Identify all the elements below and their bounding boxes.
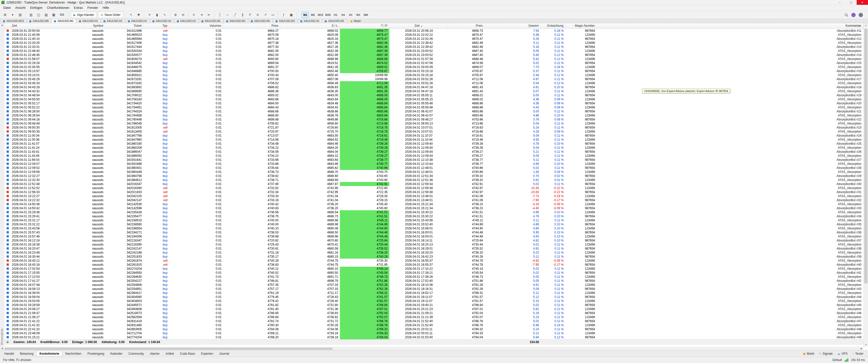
history-table-row[interactable]: 2026.04.01 05:52:22xauusds341734451buy0.…	[4, 105, 864, 109]
chart-tab[interactable]: XAUUSD,M1	[52, 19, 76, 23]
history-table-row[interactable]: 2026.04.01 16:43:18xauusds342261915sell0…	[4, 263, 864, 267]
column-header-entwicklung[interactable]: Entwicklung	[541, 23, 565, 29]
market-watch-button[interactable]: ▥	[28, 11, 35, 18]
history-table-row[interactable]: 2026.04.01 03:45:29xauusds341673261buy0.…	[4, 77, 864, 81]
history-table-row[interactable]: 2026.03.31 22:46:45xauusds341530577buy0.…	[4, 53, 864, 57]
horizontal-scrollbar[interactable]: ◀ ▶	[0, 347, 864, 350]
timeframe-m15[interactable]: M15	[317, 12, 324, 18]
history-table-row[interactable]: 2026.04.01 15:43:56xauusds342166554buy0.…	[4, 226, 864, 230]
close-button[interactable]: ✕	[857, 0, 868, 5]
history-table-row[interactable]: 2026.04.01 01:56:07xauusds341609274sell0…	[4, 57, 864, 61]
history-table-row[interactable]: 2026.04.01 15:31:17xauusds342158515buy0.…	[4, 218, 864, 222]
history-table-row[interactable]: 2026.04.01 18:59:04xauusds342404560buy0.…	[4, 295, 864, 299]
history-table-row[interactable]: 2026.04.01 04:48:54xauusds341706022buy0.…	[4, 93, 864, 97]
history-table-row[interactable]: 2026.04.01 11:41:07xauusds341860160buy0.…	[4, 142, 864, 146]
history-table-row[interactable]: 2026.04.01 04:55:50xauusds341708183buy0.…	[4, 97, 864, 101]
history-table-row[interactable]: 2026.04.01 03:13:57xauusds341646665buy0.…	[4, 69, 864, 73]
search-icon[interactable]	[844, 13, 848, 17]
history-table-row[interactable]: 2026.04.01 18:08:13xauusds342334851buy0.…	[4, 287, 864, 291]
chart-tab[interactable]: XAUUSD,M15	[0, 19, 27, 23]
history-table-row[interactable]: 2026.04.01 13:22:32xauusds342042147sell0…	[4, 198, 864, 202]
vertical-scroll-thumb[interactable]	[864, 29, 868, 283]
tab-handel[interactable]: Handel	[1, 351, 17, 357]
objects-button[interactable]: ▣	[288, 11, 295, 18]
history-table-row[interactable]: 2026.03.31 22:33:31xauusds341517444buy0.…	[4, 45, 864, 49]
chart-tab[interactable]: XAUUSD,H1	[101, 19, 125, 23]
maximize-button[interactable]: ▢	[845, 0, 857, 5]
chart-tab[interactable]: XAUUSD,H1	[76, 19, 101, 23]
history-table-row[interactable]: 2026.03.31 22:33:25xauusds341517406buy0.…	[4, 41, 864, 45]
history-table-row[interactable]: 2026.04.01 04:43:28xauusds341693892buy0.…	[4, 85, 864, 89]
vps-button[interactable]: ☁VPS	[837, 352, 847, 356]
menu-item-extras[interactable]: Extras	[72, 5, 85, 11]
tab-nachrichten[interactable]: Nachrichten	[62, 351, 84, 357]
history-table-row[interactable]: 2026.03.31 22:46:40xauusds341530334buy0.…	[4, 49, 864, 53]
profile-avatar[interactable]	[859, 13, 863, 17]
history-table-row[interactable]: 2026.04.01 17:02:54xauusds342274204buy0.…	[4, 267, 864, 271]
chart-tab[interactable]: XAUUSD,H1	[174, 19, 198, 23]
history-table-row[interactable]: 2026.04.01 16:16:38xauusds342216390buy0.…	[4, 242, 864, 246]
tab-journal[interactable]: Journal	[216, 351, 232, 357]
scroll-right-icon[interactable]: ▶	[860, 347, 864, 350]
cursor-button[interactable]: ↖	[127, 11, 134, 18]
menu-item-chartfunktionen[interactable]: Chartfunktionen	[45, 5, 72, 11]
market-watch-tab[interactable]: ◆Markt	[350, 20, 361, 23]
history-table-row[interactable]: 2026.04.01 12:52:52xauusds342016390sell0…	[4, 186, 864, 190]
history-table-row[interactable]: 2026.04.01 12:56:33xauusds342021833sell0…	[4, 190, 864, 194]
history-table-row[interactable]: 2026.04.01 09:50:35xauusds341813405sell0…	[4, 130, 864, 134]
history-table-row[interactable]: 2026.04.01 18:07:48xauusds342334806buy0.…	[4, 283, 864, 287]
history-table-row[interactable]: 2026.04.01 19:28:59xauusds342445571buy0.…	[4, 303, 864, 307]
chart-tab[interactable]: XAUUSD,M1	[199, 19, 223, 23]
navigator-button[interactable]: ▧	[43, 11, 50, 18]
history-table-row[interactable]: 2026.04.01 09:50:30xauusds341813305sell0…	[4, 126, 864, 130]
history-table-row[interactable]: 2026.04.01 02:29:28xauusds341634542buy0.…	[4, 61, 864, 65]
timeframe-m30[interactable]: M30	[324, 12, 332, 18]
history-table-row[interactable]: 2026.03.31 21:40:06xauusds341465523buy0.…	[4, 33, 864, 37]
candlestick-chart-button[interactable]: ▮	[153, 11, 160, 18]
summary-expand-icon[interactable]: ⊕	[6, 339, 9, 345]
history-table-row[interactable]: 2026.04.01 11:56:03xauusds341931641buy0.…	[4, 158, 864, 162]
menu-item-fenster[interactable]: Fenster	[85, 5, 100, 11]
history-table-row[interactable]: 2026.04.01 12:52:48xauusds342016347buy0.…	[4, 182, 864, 186]
history-table-row[interactable]: 2026.04.01 12:32:30xauusds341984812buy0.…	[4, 178, 864, 182]
history-table-row[interactable]: 2026.04.01 15:31:22xauusds342158560buy0.…	[4, 222, 864, 226]
menu-item-datei[interactable]: Datei	[1, 5, 13, 11]
scroll-left-icon[interactable]: ◀	[0, 347, 4, 350]
tab-codebase[interactable]: Code Base	[177, 351, 198, 357]
timeframe-h4[interactable]: H4	[339, 12, 347, 18]
column-header-volumen[interactable]: Volumen	[169, 23, 223, 29]
history-table-row[interactable]: 2026.04.01 03:14:01xauusds341659321buy0.…	[4, 73, 864, 77]
history-table-row[interactable]: 2026.04.01 22:41:32xauusds342663905buy0.…	[4, 327, 864, 331]
menu-item-einfgen[interactable]: Einfügen	[28, 5, 45, 11]
history-table-row[interactable]: 2026.04.01 14:50:42xauusds342142596buy0.…	[4, 206, 864, 210]
history-table-row[interactable]: 2026.04.01 06:26:50xauusds341744324buy0.…	[4, 109, 864, 113]
history-table-row[interactable]: 2026.04.01 12:09:56xauusds341960449buy0.…	[4, 170, 864, 174]
indicators-button[interactable]: ƒ	[280, 11, 287, 18]
history-table-row[interactable]: 2026.04.01 12:32:27xauusds341984768buy0.…	[4, 174, 864, 178]
history-table-row[interactable]: 2026.04.01 16:30:44xauusds342251833buy0.…	[4, 255, 864, 259]
column-header-magic-number[interactable]: Magic-Number	[565, 23, 597, 29]
history-table-row[interactable]: 2026.04.01 19:03:05xauusds342404603buy0.…	[4, 299, 864, 303]
history-table-row[interactable]: 2026.04.01 16:23:48xauusds342242188buy0.…	[4, 251, 864, 255]
column-header-zeit-close[interactable]: Zeit▲	[389, 23, 448, 29]
grid-button[interactable]: #	[190, 11, 197, 18]
chart-tab[interactable]: XAUUSD,M1	[248, 19, 273, 23]
history-table-row[interactable]: 2026.04.01 18:39:00xauusds342364417buy0.…	[4, 291, 864, 295]
zoom-out-button[interactable]: ⊖	[179, 11, 186, 18]
tab-alarme[interactable]: Alarme	[147, 351, 162, 357]
shapes-button[interactable]: ▭	[269, 11, 276, 18]
arrow-button[interactable]: ↗	[262, 11, 269, 18]
column-header-symbol[interactable]: Symbol	[84, 23, 105, 29]
chart-tab[interactable]: XAUUSD,H1	[125, 19, 150, 23]
column-header-kommentar[interactable]: Kommentar	[597, 23, 864, 29]
toolbox-close-icon[interactable]: ✕	[0, 23, 4, 28]
history-table-row[interactable]: 2026.04.01 12:04:07xauusds341931686buy0.…	[4, 162, 864, 166]
community-avatar[interactable]	[851, 13, 856, 17]
menu-item-ansicht[interactable]: Ansicht	[13, 5, 28, 11]
auto-scroll-button[interactable]: ⇥	[198, 11, 205, 18]
column-header-ticket[interactable]: Ticket	[105, 23, 144, 29]
history-table-row[interactable]: 2026.04.01 12:09:52xauusds341960401buy0.…	[4, 166, 864, 170]
profile-name[interactable]: Default	[832, 358, 842, 362]
scroll-down-icon[interactable]: ▼	[864, 342, 868, 347]
new-order-button[interactable]: ⊞Neue Order	[98, 11, 123, 18]
